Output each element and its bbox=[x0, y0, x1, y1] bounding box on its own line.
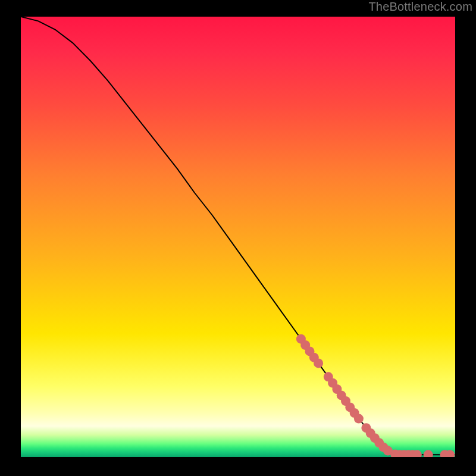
data-marker bbox=[354, 414, 364, 424]
bottleneck-curve bbox=[21, 17, 455, 455]
plot-area bbox=[21, 17, 455, 457]
chart-container: TheBottleneck.com bbox=[0, 0, 476, 476]
data-marker bbox=[424, 450, 433, 457]
data-marker bbox=[314, 358, 323, 368]
watermark-text: TheBottleneck.com bbox=[368, 0, 472, 14]
data-markers bbox=[296, 334, 455, 457]
chart-overlay bbox=[21, 17, 455, 457]
